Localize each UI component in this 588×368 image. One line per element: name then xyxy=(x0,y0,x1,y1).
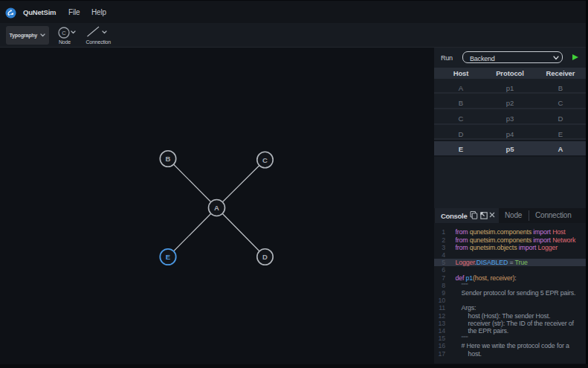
svg-text:C: C xyxy=(262,156,268,164)
svg-text:B: B xyxy=(166,155,171,163)
svg-text:A: A xyxy=(214,204,219,212)
svg-text:C: C xyxy=(62,29,66,36)
svg-text:D: D xyxy=(262,253,268,261)
svg-text:E: E xyxy=(166,253,170,261)
